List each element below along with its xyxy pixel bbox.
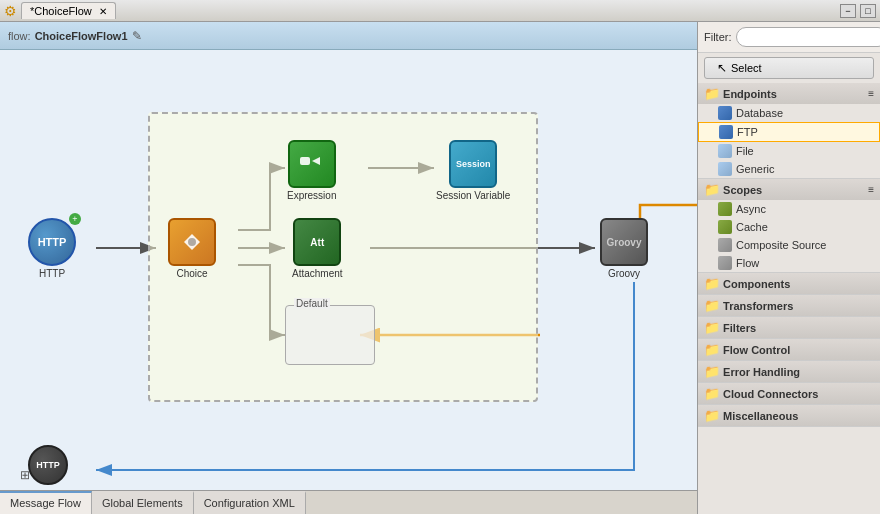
flow-control-label: Flow Control [723, 344, 790, 356]
maximize-button[interactable]: □ [860, 4, 876, 18]
groovy-label: Groovy [608, 268, 640, 279]
session-node[interactable]: Session Session Variable [436, 140, 510, 201]
http-in-node[interactable]: HTTP + HTTP [28, 218, 76, 279]
flow-icon [718, 256, 732, 270]
miscellaneous-folder-icon: 📁 [704, 408, 720, 423]
svg-rect-7 [300, 157, 310, 165]
ftp-icon [719, 125, 733, 139]
filter-input[interactable] [736, 27, 881, 47]
endpoints-item-ftp[interactable]: FTP [698, 122, 880, 142]
transformers-label: Transformers [723, 300, 793, 312]
svg-point-6 [188, 238, 196, 246]
scopes-item-flow[interactable]: Flow [698, 254, 880, 272]
attachment-icon: Att [293, 218, 341, 266]
scopes-item-cache[interactable]: Cache [698, 218, 880, 236]
attachment-node[interactable]: Att Attachment [292, 218, 343, 279]
components-section: 📁 Components [698, 273, 880, 295]
filters-header[interactable]: 📁 Filters [698, 317, 880, 338]
session-icon: Session [449, 140, 497, 188]
generic-icon [718, 162, 732, 176]
miscellaneous-header[interactable]: 📁 Miscellaneous [698, 405, 880, 426]
title-bar: ⚙ *ChoiceFlow ✕ − □ [0, 0, 880, 22]
attachment-label: Attachment [292, 268, 343, 279]
groovy-node[interactable]: Groovy Groovy [600, 218, 648, 279]
right-panel: Filter: ↖ Select 📁 Endpoints ≡ [698, 22, 880, 514]
error-handling-folder-icon: 📁 [704, 364, 720, 379]
minimize-button[interactable]: − [840, 4, 856, 18]
cloud-connectors-label: Cloud Connectors [723, 388, 818, 400]
endpoints-collapse-icon[interactable]: ≡ [868, 88, 874, 99]
svg-marker-8 [312, 157, 320, 165]
expression-node[interactable]: Expression [287, 140, 336, 201]
transformers-section: 📁 Transformers [698, 295, 880, 317]
endpoints-folder-icon: 📁 [704, 86, 720, 101]
components-header[interactable]: 📁 Components [698, 273, 880, 294]
canvas: HTTP + HTTP Choice [0, 50, 697, 490]
scopes-item-composite[interactable]: Composite Source [698, 236, 880, 254]
async-icon [718, 202, 732, 216]
flow-control-header[interactable]: 📁 Flow Control [698, 339, 880, 360]
select-label: Select [731, 62, 762, 74]
filters-section: 📁 Filters [698, 317, 880, 339]
async-label: Async [736, 203, 766, 215]
endpoints-label: Endpoints [723, 88, 777, 100]
tab-global-elements[interactable]: Global Elements [92, 491, 194, 514]
cloud-connectors-header[interactable]: 📁 Cloud Connectors [698, 383, 880, 404]
default-label: Default [294, 298, 330, 309]
cache-icon [718, 220, 732, 234]
tab-choiceflow[interactable]: *ChoiceFlow ✕ [21, 2, 116, 19]
choice-label: Choice [176, 268, 207, 279]
file-label: File [736, 145, 754, 157]
http-out-node[interactable]: HTTP [28, 445, 68, 485]
bottom-tabs: Message Flow Global Elements Configurati… [0, 490, 697, 514]
error-handling-label: Error Handling [723, 366, 800, 378]
flow-name: ChoiceFlowFlow1 [35, 30, 128, 42]
select-arrow-icon: ↖ [717, 61, 727, 75]
flow-label: flow: [8, 30, 31, 42]
filter-label: Filter: [704, 31, 732, 43]
miscellaneous-label: Miscellaneous [723, 410, 798, 422]
http-out-icon: HTTP [28, 445, 68, 485]
session-label: Session Variable [436, 190, 510, 201]
expression-label: Expression [287, 190, 336, 201]
scroll-indicator: ⊞ [20, 468, 30, 482]
scopes-collapse-icon[interactable]: ≡ [868, 184, 874, 195]
db-label: Database [736, 107, 783, 119]
expression-icon [288, 140, 336, 188]
add-badge: + [69, 213, 81, 225]
generic-label: Generic [736, 163, 775, 175]
file-icon [718, 144, 732, 158]
scopes-item-async[interactable]: Async [698, 200, 880, 218]
http-in-icon: HTTP [28, 218, 76, 266]
scopes-folder-icon: 📁 [704, 182, 720, 197]
main-container: flow: ChoiceFlowFlow1 ✎ [0, 22, 880, 514]
flow-header: flow: ChoiceFlowFlow1 ✎ [0, 22, 697, 50]
flow-control-section: 📁 Flow Control [698, 339, 880, 361]
transformers-header[interactable]: 📁 Transformers [698, 295, 880, 316]
endpoints-item-db[interactable]: Database [698, 104, 880, 122]
endpoints-item-generic[interactable]: Generic [698, 160, 880, 178]
components-folder-icon: 📁 [704, 276, 720, 291]
choice-node[interactable]: Choice [168, 218, 216, 279]
tab-configuration-xml[interactable]: Configuration XML [194, 491, 306, 514]
http-in-label: HTTP [39, 268, 65, 279]
panel-list: 📁 Endpoints ≡ Database FTP File [698, 83, 880, 514]
composite-label: Composite Source [736, 239, 827, 251]
canvas-area: flow: ChoiceFlowFlow1 ✎ [0, 22, 698, 514]
tab-message-flow[interactable]: Message Flow [0, 491, 92, 514]
endpoints-header[interactable]: 📁 Endpoints ≡ [698, 83, 880, 104]
edit-icon[interactable]: ✎ [132, 29, 142, 43]
endpoints-section: 📁 Endpoints ≡ Database FTP File [698, 83, 880, 179]
endpoints-item-file[interactable]: File [698, 142, 880, 160]
scopes-header[interactable]: 📁 Scopes ≡ [698, 179, 880, 200]
tab-close-icon[interactable]: ✕ [99, 6, 107, 17]
select-button[interactable]: ↖ Select [704, 57, 874, 79]
flow-control-folder-icon: 📁 [704, 342, 720, 357]
default-box: Default [285, 305, 375, 365]
error-handling-header[interactable]: 📁 Error Handling [698, 361, 880, 382]
scopes-label: Scopes [723, 184, 762, 196]
cloud-connectors-folder-icon: 📁 [704, 386, 720, 401]
miscellaneous-section: 📁 Miscellaneous [698, 405, 880, 427]
cloud-connectors-section: 📁 Cloud Connectors [698, 383, 880, 405]
scopes-section: 📁 Scopes ≡ Async Cache Composite Source [698, 179, 880, 273]
